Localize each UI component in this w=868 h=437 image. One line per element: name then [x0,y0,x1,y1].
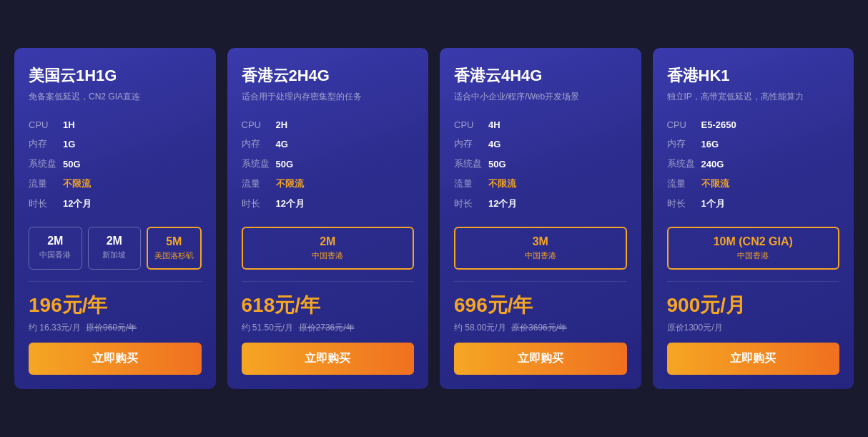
spec-row: 流量不限流 [667,174,840,194]
spec-row: 内存4G [242,134,415,154]
spec-row: CPUE5-2650 [667,116,840,134]
spec-value: 不限流 [488,174,627,194]
spec-row: CPU2H [242,116,415,134]
spec-label: 流量 [242,174,276,194]
bandwidth-location: 新加坡 [92,250,138,260]
spec-row: 内存4G [454,134,627,154]
spec-label: 内存 [667,134,701,154]
spec-label: 系统盘 [667,154,701,174]
price-original: 原价960元/年 [86,323,137,333]
spec-row: 内存16G [667,134,840,154]
spec-value: 4G [488,134,627,154]
bandwidth-options: 3M中国香港 [454,227,627,270]
bandwidth-speed: 5M [151,235,197,248]
specs-table: CPU1H内存1G系统盘50G流量不限流时长12个月 [29,116,202,214]
specs-table: CPUE5-2650内存16G系统盘240G流量不限流时长1个月 [667,116,840,214]
spec-row: 系统盘50G [29,154,202,174]
bandwidth-options: 2M中国香港2M新加坡5M美国洛杉矶 [29,227,202,270]
spec-value: 50G [63,154,202,174]
price-original: 原价3696元/年 [511,323,567,333]
spec-label: 内存 [29,134,63,154]
spec-label: 时长 [454,194,488,214]
spec-value: 240G [701,154,840,174]
spec-value: 1G [63,134,202,154]
card-subtitle: 适合用于处理内存密集型的任务 [242,91,415,103]
card-subtitle: 适合中小企业/程序/Web开发场景 [454,91,627,103]
cards-container: 美国云1H1G免备案低延迟，CN2 GIA直连CPU1H内存1G系统盘50G流量… [14,48,854,389]
spec-label: 时长 [29,194,63,214]
bandwidth-option-1[interactable]: 10M (CN2 GIA)中国香港 [667,227,840,270]
card-2: 香港云2H4G适合用于处理内存密集型的任务CPU2H内存4G系统盘50G流量不限… [227,48,429,389]
card-title: 香港云2H4G [242,65,415,87]
spec-value: 4G [276,134,415,154]
spec-row: 流量不限流 [242,174,415,194]
spec-value: 12个月 [488,194,627,214]
bandwidth-option-3[interactable]: 5M美国洛杉矶 [147,227,202,270]
price-main: 618元/年 [242,292,415,319]
spec-label: 时长 [242,194,276,214]
spec-value: 2H [276,116,415,134]
bandwidth-speed: 3M [458,235,623,248]
spec-label: 流量 [667,174,701,194]
bandwidth-option-1[interactable]: 2M中国香港 [242,227,415,270]
card-title: 香港云4H4G [454,65,627,87]
spec-row: 内存1G [29,134,202,154]
price-main: 696元/年 [454,292,627,319]
spec-row: CPU1H [29,116,202,134]
spec-row: 时长12个月 [454,194,627,214]
bandwidth-location: 中国香港 [458,250,623,261]
spec-value: 4H [488,116,627,134]
bandwidth-location: 中国香港 [32,250,79,260]
bandwidth-option-1[interactable]: 3M中国香港 [454,227,627,270]
bandwidth-location: 中国香港 [246,250,410,261]
card-title: 香港HK1 [667,65,840,87]
spec-label: 内存 [454,134,488,154]
bandwidth-speed: 2M [92,235,138,247]
spec-value: 50G [276,154,415,174]
spec-label: CPU [29,116,63,134]
bandwidth-speed: 10M (CN2 GIA) [671,235,836,248]
specs-table: CPU2H内存4G系统盘50G流量不限流时长12个月 [242,116,415,214]
price-section: 618元/年约 51.50元/月 原价2736元/年立即购买 [242,281,415,375]
spec-value: E5-2650 [701,116,840,134]
bandwidth-speed: 2M [32,235,79,247]
buy-button[interactable]: 立即购买 [454,343,627,375]
spec-label: 时长 [667,194,701,214]
spec-label: 流量 [454,174,488,194]
card-1: 美国云1H1G免备案低延迟，CN2 GIA直连CPU1H内存1G系统盘50G流量… [14,48,216,389]
spec-value: 不限流 [701,174,840,194]
spec-row: 系统盘240G [667,154,840,174]
price-main: 900元/月 [667,292,840,319]
card-3: 香港云4H4G适合中小企业/程序/Web开发场景CPU4H内存4G系统盘50G流… [440,48,641,389]
price-sub: 约 16.33元/月 原价960元/年 [29,322,202,334]
spec-label: CPU [454,116,488,134]
spec-label: 系统盘 [454,154,488,174]
buy-button[interactable]: 立即购买 [242,343,415,375]
buy-button[interactable]: 立即购买 [29,343,202,375]
buy-button[interactable]: 立即购买 [667,343,840,375]
spec-label: CPU [667,116,701,134]
spec-value: 16G [701,134,840,154]
price-sub: 约 58.00元/月 原价3696元/年 [454,322,627,334]
bandwidth-options: 10M (CN2 GIA)中国香港 [667,227,840,270]
specs-table: CPU4H内存4G系统盘50G流量不限流时长12个月 [454,116,627,214]
spec-value: 不限流 [276,174,415,194]
spec-row: 系统盘50G [242,154,415,174]
price-sub: 原价1300元/月 [667,322,840,334]
bandwidth-location: 美国洛杉矶 [151,250,197,261]
price-main: 196元/年 [29,292,202,319]
spec-label: 系统盘 [29,154,63,174]
bandwidth-option-1[interactable]: 2M中国香港 [29,227,82,270]
card-subtitle: 免备案低延迟，CN2 GIA直连 [29,91,202,103]
spec-value: 1个月 [701,194,840,214]
spec-label: CPU [242,116,276,134]
card-subtitle: 独立IP，高带宽低延迟，高性能算力 [667,91,840,103]
price-section: 196元/年约 16.33元/月 原价960元/年立即购买 [29,281,202,375]
spec-row: 时长12个月 [242,194,415,214]
spec-label: 内存 [242,134,276,154]
card-4: 香港HK1独立IP，高带宽低延迟，高性能算力CPUE5-2650内存16G系统盘… [653,48,854,389]
price-original: 原价2736元/年 [299,323,355,333]
bandwidth-option-2[interactable]: 2M新加坡 [88,227,142,270]
spec-value: 不限流 [63,174,202,194]
bandwidth-location: 中国香港 [671,250,836,261]
